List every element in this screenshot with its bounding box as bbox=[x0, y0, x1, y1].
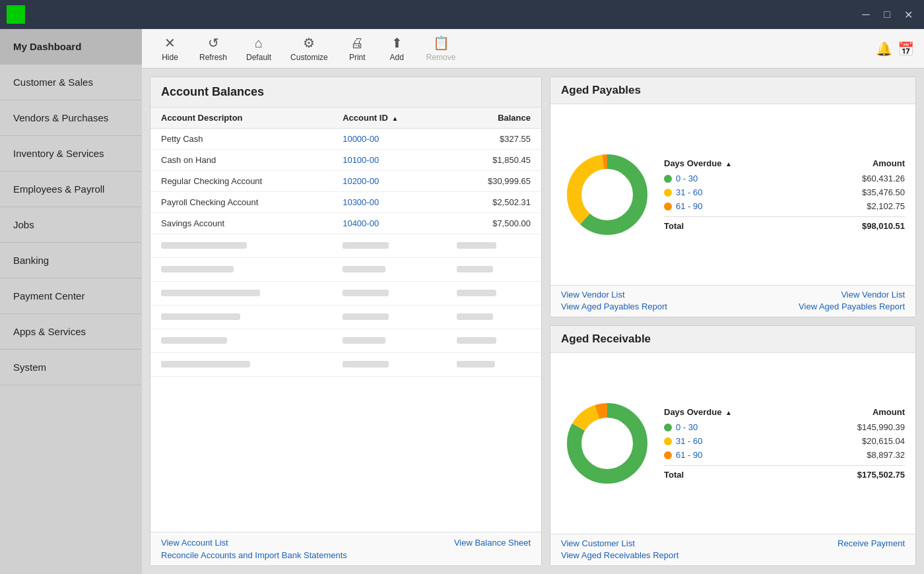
sidebar-item-payment-center[interactable]: Payment Center bbox=[0, 278, 142, 314]
hide-button[interactable]: ✕ Hide bbox=[152, 31, 188, 66]
account-balances-header: Account Balances bbox=[150, 77, 541, 108]
sidebar-item-vendors-purchases[interactable]: Vendors & Purchases bbox=[0, 100, 142, 136]
skeleton-cell bbox=[332, 282, 446, 305]
sidebar-item-inventory-services[interactable]: Inventory & Services bbox=[0, 136, 142, 172]
main-layout: My Dashboard Customer & Sales Vendors & … bbox=[0, 29, 924, 574]
refresh-button[interactable]: ↺ Refresh bbox=[191, 31, 235, 66]
legend-range[interactable]: 61 - 90 bbox=[676, 450, 702, 460]
legend-row: 0 - 30 $145,990.39 bbox=[664, 422, 905, 432]
days-overdue-label[interactable]: Days Overdue ▲ bbox=[664, 158, 732, 168]
sidebar-item-my-dashboard[interactable]: My Dashboard bbox=[0, 29, 142, 65]
sort-icon-receivable: ▲ bbox=[725, 409, 732, 416]
minimize-button[interactable]: ─ bbox=[857, 5, 875, 24]
col-account-id[interactable]: Account ID ▲ bbox=[332, 108, 446, 129]
cell-account-id[interactable]: 10400-00 bbox=[332, 213, 446, 234]
payables-donut-svg bbox=[561, 148, 653, 241]
sidebar-item-jobs[interactable]: Jobs bbox=[0, 207, 142, 243]
legend-range[interactable]: 61 - 90 bbox=[676, 201, 702, 211]
receivable-total-amount: $175,502.75 bbox=[857, 470, 905, 480]
skeleton-cell bbox=[332, 234, 446, 258]
legend-amount: $35,476.50 bbox=[862, 187, 905, 197]
add-button[interactable]: ⬆ Add bbox=[379, 31, 415, 66]
receivable-legend-rows: 0 - 30 $145,990.39 31 - 60 $20,615.04 61… bbox=[664, 422, 905, 460]
aged-receivable-chart bbox=[561, 397, 653, 490]
cell-account-id[interactable]: 10200-00 bbox=[332, 171, 446, 192]
skeleton-row bbox=[150, 258, 541, 282]
print-button[interactable]: 🖨 Print bbox=[339, 32, 376, 66]
view-customer-list-link[interactable]: View Customer List bbox=[561, 538, 678, 548]
legend-row: 0 - 30 $60,431.26 bbox=[664, 174, 905, 183]
legend-label[interactable]: 0 - 30 bbox=[664, 422, 698, 432]
customize-button[interactable]: ⚙ Customize bbox=[282, 31, 336, 66]
receivable-footer-col-left: View Customer List View Aged Receivables… bbox=[561, 538, 678, 560]
close-button[interactable]: ✕ bbox=[899, 5, 917, 24]
skeleton-cell bbox=[446, 234, 541, 258]
skeleton-row bbox=[150, 353, 541, 377]
sidebar-item-banking[interactable]: Banking bbox=[0, 243, 142, 278]
skeleton-cell bbox=[332, 305, 446, 329]
legend-range[interactable]: 31 - 60 bbox=[676, 187, 702, 197]
legend-row: 61 - 90 $2,102.75 bbox=[664, 201, 905, 211]
legend-label[interactable]: 0 - 30 bbox=[664, 174, 698, 183]
sidebar-item-employees-payroll[interactable]: Employees & Payroll bbox=[0, 172, 142, 207]
cell-account-id[interactable]: 10100-00 bbox=[332, 150, 446, 171]
add-icon: ⬆ bbox=[391, 35, 403, 51]
view-aged-receivables-report-link[interactable]: View Aged Receivables Report bbox=[561, 550, 678, 560]
legend-dot bbox=[664, 203, 672, 210]
account-balances-footer: View Account List View Balance Sheet Rec… bbox=[150, 532, 541, 565]
account-balances-card: Account Balances Account Descripton Acco… bbox=[150, 77, 542, 566]
cell-account-id[interactable]: 10300-00 bbox=[332, 192, 446, 213]
right-panel: Aged Payables bbox=[550, 77, 916, 566]
legend-range[interactable]: 0 - 30 bbox=[676, 422, 698, 432]
receivable-footer-col-right: Receive Payment bbox=[838, 538, 905, 560]
maximize-button[interactable]: □ bbox=[878, 5, 896, 24]
skeleton-cell bbox=[150, 353, 332, 377]
col-balance: Balance bbox=[446, 108, 541, 129]
cell-balance: $1,850.45 bbox=[446, 150, 541, 171]
sidebar-item-apps-services[interactable]: Apps & Services bbox=[0, 314, 142, 350]
receive-payment-link[interactable]: Receive Payment bbox=[838, 538, 905, 548]
default-icon: ⌂ bbox=[255, 36, 263, 51]
legend-label[interactable]: 31 - 60 bbox=[664, 436, 702, 446]
table-row: Petty Cash 10000-00 $327.55 bbox=[150, 129, 541, 150]
aged-receivable-title: Aged Receivable bbox=[561, 333, 905, 346]
toolbar-right: 🔔 📅 bbox=[876, 41, 914, 57]
cell-description: Regular Checking Account bbox=[150, 171, 332, 192]
view-aged-payables-report-link-1[interactable]: View Aged Payables Report bbox=[561, 302, 667, 311]
view-account-list-link[interactable]: View Account List bbox=[161, 538, 228, 548]
skeleton-cell bbox=[150, 258, 332, 282]
sidebar-item-customer-sales[interactable]: Customer & Sales bbox=[0, 65, 142, 100]
receivable-days-overdue-label[interactable]: Days Overdue ▲ bbox=[664, 407, 732, 417]
content-area: ✕ Hide ↺ Refresh ⌂ Default ⚙ Customize 🖨 bbox=[142, 29, 924, 574]
hide-icon: ✕ bbox=[164, 35, 176, 51]
legend-row: 31 - 60 $20,615.04 bbox=[664, 436, 905, 446]
legend-range[interactable]: 31 - 60 bbox=[676, 436, 702, 446]
account-balances-body: Account Descripton Account ID ▲ Balance bbox=[150, 108, 541, 532]
legend-label[interactable]: 61 - 90 bbox=[664, 201, 702, 211]
legend-amount: $145,990.39 bbox=[857, 422, 905, 432]
legend-dot bbox=[664, 451, 672, 459]
view-vendor-list-link-2[interactable]: View Vendor List bbox=[841, 290, 905, 300]
amount-label: Amount bbox=[873, 158, 905, 168]
view-balance-sheet-link[interactable]: View Balance Sheet bbox=[454, 538, 531, 548]
aged-payables-body: Days Overdue ▲ Amount 0 - 30 $60,431.26 … bbox=[550, 104, 915, 285]
default-button[interactable]: ⌂ Default bbox=[238, 32, 279, 66]
legend-label[interactable]: 31 - 60 bbox=[664, 187, 702, 197]
svg-point-9 bbox=[582, 418, 632, 468]
skeleton-cell bbox=[446, 305, 541, 329]
calendar-icon[interactable]: 📅 bbox=[898, 41, 914, 57]
view-vendor-list-link-1[interactable]: View Vendor List bbox=[561, 290, 667, 300]
aged-receivable-card: Aged Receivable bbox=[550, 325, 916, 566]
cell-account-id[interactable]: 10000-00 bbox=[332, 129, 446, 150]
legend-range[interactable]: 0 - 30 bbox=[676, 174, 698, 183]
left-panel: Account Balances Account Descripton Acco… bbox=[150, 77, 542, 566]
sidebar-item-system[interactable]: System bbox=[0, 350, 142, 385]
reconcile-accounts-link[interactable]: Reconcile Accounts and Import Bank State… bbox=[161, 550, 347, 560]
print-icon: 🖨 bbox=[350, 36, 364, 51]
notification-icon[interactable]: 🔔 bbox=[876, 41, 892, 57]
legend-label[interactable]: 61 - 90 bbox=[664, 450, 702, 460]
skeleton-cell bbox=[332, 258, 446, 282]
legend-dot bbox=[664, 175, 672, 183]
view-aged-payables-report-link-2[interactable]: View Aged Payables Report bbox=[799, 302, 905, 311]
remove-button[interactable]: 📋 Remove bbox=[418, 31, 464, 66]
